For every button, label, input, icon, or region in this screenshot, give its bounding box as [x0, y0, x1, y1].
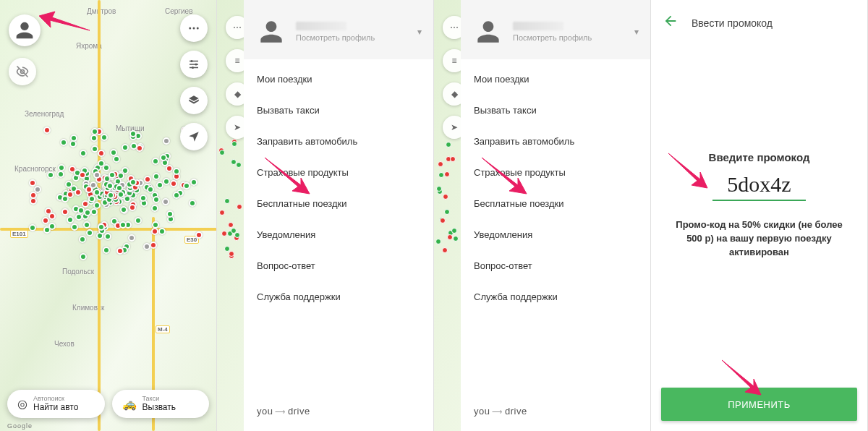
menu-item-taxi[interactable]: Вызвать такси [461, 95, 650, 126]
more-button[interactable]: ⋯ [443, 16, 461, 39]
map-marker[interactable] [29, 179, 36, 187]
profile-header[interactable]: Посмотреть профиль ▾ [461, 0, 650, 59]
map-marker[interactable] [440, 218, 446, 223]
map-marker[interactable] [140, 195, 147, 202]
map-marker[interactable] [435, 239, 441, 244]
map-marker[interactable] [109, 171, 116, 179]
map-marker[interactable] [57, 171, 64, 178]
more-button[interactable]: ⋯ [226, 16, 244, 39]
map-marker[interactable] [229, 251, 234, 257]
map-peek[interactable]: ⋯ ≡ ◆ ➤ [434, 0, 461, 431]
map-marker[interactable] [443, 194, 448, 200]
menu-item-notifications[interactable]: Уведомления [244, 219, 433, 250]
back-button[interactable] [663, 13, 678, 33]
menu-item-support[interactable]: Служба поддержки [244, 281, 433, 312]
menu-item-support[interactable]: Служба поддержки [461, 281, 650, 312]
map-marker[interactable] [231, 141, 237, 147]
ghost-mode-button[interactable] [9, 58, 36, 85]
map-marker[interactable] [143, 243, 150, 250]
map-marker[interactable] [129, 204, 136, 211]
menu-item-refuel[interactable]: Заправить автомобиль [244, 126, 433, 157]
map-marker[interactable] [122, 144, 129, 151]
map-marker[interactable] [163, 178, 170, 185]
map-marker[interactable] [219, 150, 225, 155]
map-marker[interactable] [183, 182, 190, 189]
taxi-pill[interactable]: 🚕 Такси Вызвать [112, 390, 210, 418]
map-marker[interactable] [103, 247, 110, 254]
map-marker[interactable] [93, 171, 101, 179]
map-marker[interactable] [173, 192, 180, 199]
map-peek[interactable]: ⋯ ≡ ◆ ➤ [217, 0, 244, 431]
menu-item-trips[interactable]: Мои поездки [461, 64, 650, 95]
locate-button[interactable]: ➤ [226, 116, 244, 139]
map-marker[interactable] [224, 246, 230, 252]
map-marker[interactable] [130, 142, 137, 150]
map-marker[interactable] [70, 135, 77, 142]
apply-button[interactable]: ПРИМЕНИТЬ [661, 388, 857, 421]
menu-item-faq[interactable]: Вопрос-ответ [461, 250, 650, 281]
map-marker[interactable] [60, 139, 67, 146]
map-marker[interactable] [71, 223, 78, 231]
map-marker[interactable] [101, 134, 108, 141]
map-marker[interactable] [119, 221, 127, 229]
map-marker[interactable] [447, 234, 453, 240]
view-profile-link[interactable]: Посмотреть профиль [513, 33, 626, 42]
map-marker[interactable] [61, 208, 69, 216]
map-marker[interactable] [442, 247, 448, 253]
map-marker[interactable] [98, 160, 105, 167]
profile-avatar-button[interactable] [9, 14, 41, 46]
map-marker[interactable] [451, 228, 457, 234]
map-marker[interactable] [219, 210, 225, 216]
map-marker[interactable] [150, 242, 157, 249]
menu-item-refuel[interactable]: Заправить автомобиль [461, 126, 650, 157]
map-marker[interactable] [43, 127, 51, 134]
map-marker[interactable] [438, 172, 444, 178]
map-marker[interactable] [79, 236, 86, 243]
map-marker[interactable] [117, 191, 124, 198]
map-marker[interactable] [162, 198, 169, 205]
menu-item-taxi[interactable]: Вызвать такси [244, 95, 433, 126]
map-marker[interactable] [173, 168, 180, 175]
map-marker[interactable] [65, 181, 72, 188]
map-marker[interactable] [42, 217, 49, 224]
layers-button[interactable]: ◆ [226, 82, 244, 106]
layers-button[interactable]: ◆ [443, 82, 461, 106]
map-marker[interactable] [80, 150, 87, 157]
map-marker[interactable] [444, 171, 450, 177]
autosearch-pill[interactable]: ◎ Автопоиск Найти авто [7, 390, 105, 418]
menu-item-free-rides[interactable]: Бесплатные поездки [244, 188, 433, 219]
map-marker[interactable] [189, 200, 196, 207]
map-marker[interactable] [446, 142, 451, 148]
map-marker[interactable] [98, 150, 105, 157]
map-marker[interactable] [438, 161, 443, 167]
map-marker[interactable] [129, 179, 137, 186]
profile-header[interactable]: Посмотреть профиль ▾ [244, 0, 433, 59]
map-marker[interactable] [236, 162, 242, 168]
map-marker[interactable] [221, 231, 227, 236]
menu-item-free-rides[interactable]: Бесплатные поездки [461, 188, 650, 219]
locate-button[interactable]: ➤ [443, 116, 461, 139]
view-profile-link[interactable]: Посмотреть профиль [296, 33, 409, 42]
map-marker[interactable] [110, 149, 117, 156]
map-marker[interactable] [86, 229, 93, 236]
map-marker[interactable] [80, 253, 87, 260]
map-marker[interactable] [30, 192, 37, 199]
menu-item-faq[interactable]: Вопрос-ответ [244, 250, 433, 281]
map-marker[interactable] [450, 156, 456, 162]
filter-button[interactable]: ≡ [226, 49, 244, 72]
map-marker[interactable] [163, 137, 170, 145]
menu-item-trips[interactable]: Мои поездки [244, 64, 433, 95]
map-marker[interactable] [85, 186, 93, 193]
map-marker[interactable] [147, 186, 154, 193]
map-marker[interactable] [116, 247, 124, 255]
map-marker[interactable] [444, 209, 450, 215]
map-marker[interactable] [170, 180, 177, 187]
layers-button[interactable] [180, 87, 208, 114]
map-marker[interactable] [224, 198, 230, 204]
menu-item-insurance[interactable]: Страховые продукты [244, 157, 433, 188]
map-marker[interactable] [153, 173, 160, 180]
filter-button[interactable] [180, 51, 208, 78]
locate-button[interactable] [180, 123, 208, 150]
map-marker[interactable] [48, 223, 56, 230]
map-marker[interactable] [195, 231, 203, 239]
